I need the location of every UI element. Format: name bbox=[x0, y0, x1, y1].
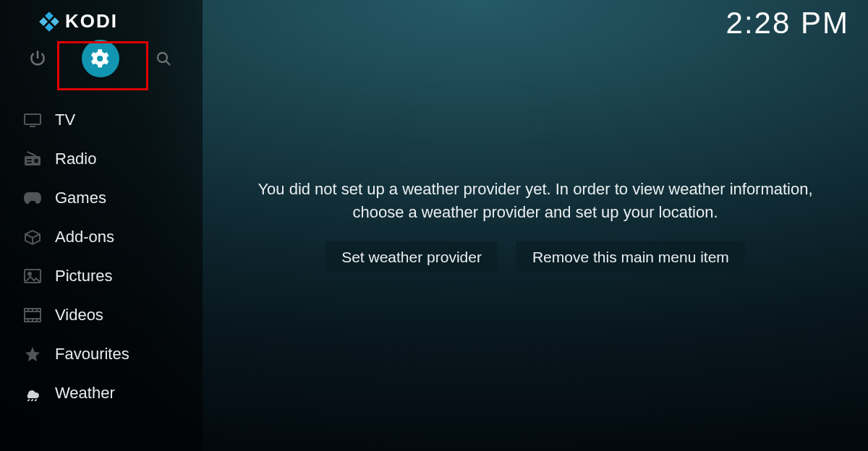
svg-line-25 bbox=[31, 400, 33, 401]
power-icon bbox=[28, 49, 47, 68]
search-button[interactable] bbox=[142, 40, 185, 77]
svg-rect-1 bbox=[51, 17, 59, 26]
main-content: You did not set up a weather provider ye… bbox=[203, 0, 868, 451]
svg-line-5 bbox=[166, 61, 169, 64]
power-button[interactable] bbox=[16, 40, 59, 77]
search-icon bbox=[155, 50, 172, 67]
tv-icon bbox=[20, 112, 45, 128]
app-logo: KODI bbox=[0, 0, 203, 40]
set-weather-provider-button[interactable]: Set weather provider bbox=[326, 241, 498, 273]
sidebar-item-favourites[interactable]: Favourites bbox=[0, 335, 203, 374]
main-menu: TV Radio Games Add-ons bbox=[0, 90, 203, 413]
svg-rect-11 bbox=[27, 162, 32, 163]
film-icon bbox=[20, 307, 45, 323]
top-icon-row bbox=[0, 40, 203, 90]
svg-point-9 bbox=[34, 159, 38, 163]
sidebar: KODI bbox=[0, 0, 203, 451]
sidebar-item-weather[interactable]: Weather bbox=[0, 374, 203, 413]
action-button-row: Set weather provider Remove this main me… bbox=[326, 241, 745, 273]
remove-menu-item-button[interactable]: Remove this main menu item bbox=[516, 241, 745, 273]
sidebar-item-addons[interactable]: Add-ons bbox=[0, 218, 203, 257]
sidebar-item-pictures[interactable]: Pictures bbox=[0, 257, 203, 296]
svg-point-14 bbox=[28, 272, 31, 275]
gear-icon bbox=[82, 40, 119, 77]
sidebar-item-label: Pictures bbox=[55, 267, 112, 285]
svg-rect-10 bbox=[27, 159, 32, 160]
radio-icon bbox=[20, 151, 45, 167]
svg-rect-0 bbox=[45, 12, 54, 20]
settings-button[interactable] bbox=[61, 40, 140, 77]
svg-line-24 bbox=[27, 400, 29, 401]
sidebar-item-label: Favourites bbox=[55, 345, 129, 364]
svg-line-12 bbox=[27, 152, 36, 156]
star-icon bbox=[20, 345, 45, 363]
sidebar-item-label: Add-ons bbox=[55, 228, 114, 246]
svg-rect-2 bbox=[39, 17, 48, 26]
weather-setup-message: You did not set up a weather provider ye… bbox=[239, 178, 832, 224]
svg-rect-3 bbox=[45, 22, 54, 31]
gamepad-icon bbox=[20, 191, 45, 205]
box-icon bbox=[20, 228, 45, 246]
svg-line-26 bbox=[35, 400, 36, 401]
sidebar-item-radio[interactable]: Radio bbox=[0, 139, 203, 179]
sidebar-item-videos[interactable]: Videos bbox=[0, 296, 203, 335]
sidebar-item-tv[interactable]: TV bbox=[0, 100, 203, 139]
svg-rect-6 bbox=[25, 114, 41, 124]
sidebar-item-label: TV bbox=[55, 111, 75, 129]
brand-text: KODI bbox=[65, 10, 118, 33]
sidebar-item-label: Weather bbox=[55, 384, 115, 403]
sidebar-item-games[interactable]: Games bbox=[0, 179, 203, 218]
sidebar-item-label: Radio bbox=[55, 150, 96, 168]
kodi-logo-icon bbox=[39, 12, 59, 32]
sidebar-item-label: Games bbox=[55, 189, 106, 207]
sidebar-item-label: Videos bbox=[55, 306, 103, 325]
weather-icon bbox=[20, 385, 45, 401]
picture-icon bbox=[20, 268, 45, 284]
